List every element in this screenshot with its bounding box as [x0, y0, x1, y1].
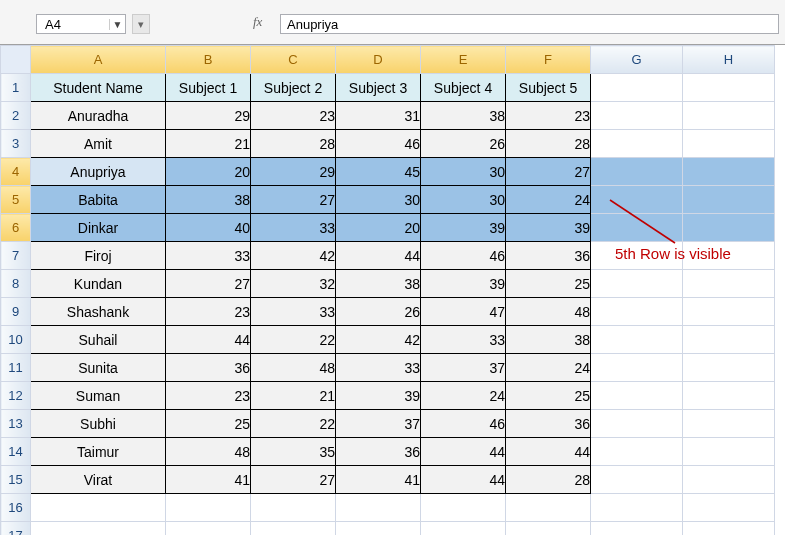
data-cell[interactable]: 33 [421, 326, 506, 354]
student-name-cell[interactable]: Suhail [31, 326, 166, 354]
col-header-G[interactable]: G [591, 46, 683, 74]
row-header-16[interactable]: 16 [1, 494, 31, 522]
table-header-cell[interactable]: Subject 2 [251, 74, 336, 102]
data-cell[interactable]: 41 [336, 466, 421, 494]
table-header-cell[interactable]: Subject 1 [166, 74, 251, 102]
data-cell[interactable]: 48 [506, 298, 591, 326]
data-cell[interactable]: 36 [506, 242, 591, 270]
table-header-cell[interactable]: Student Name [31, 74, 166, 102]
data-cell[interactable]: 28 [251, 130, 336, 158]
data-cell[interactable]: 46 [421, 410, 506, 438]
data-cell[interactable]: 38 [421, 102, 506, 130]
select-all-corner[interactable] [1, 46, 31, 74]
empty-cell[interactable] [683, 438, 775, 466]
student-name-cell[interactable]: Subhi [31, 410, 166, 438]
data-cell[interactable]: 39 [506, 214, 591, 242]
empty-cell[interactable] [591, 186, 683, 214]
table-header-cell[interactable]: Subject 3 [336, 74, 421, 102]
empty-cell[interactable] [683, 466, 775, 494]
data-cell[interactable]: 23 [251, 102, 336, 130]
empty-cell[interactable] [683, 130, 775, 158]
col-header-B[interactable]: B [166, 46, 251, 74]
empty-cell[interactable] [31, 522, 166, 536]
row-header-12[interactable]: 12 [1, 382, 31, 410]
student-name-cell[interactable]: Dinkar [31, 214, 166, 242]
student-name-cell[interactable]: Firoj [31, 242, 166, 270]
data-cell[interactable]: 44 [506, 438, 591, 466]
row-header-5[interactable]: 5 [1, 186, 31, 214]
data-cell[interactable]: 33 [251, 214, 336, 242]
data-cell[interactable]: 24 [506, 186, 591, 214]
data-cell[interactable]: 30 [421, 158, 506, 186]
data-cell[interactable]: 27 [251, 186, 336, 214]
empty-cell[interactable] [166, 494, 251, 522]
empty-cell[interactable] [506, 494, 591, 522]
student-name-cell[interactable]: Babita [31, 186, 166, 214]
student-name-cell[interactable]: Taimur [31, 438, 166, 466]
data-cell[interactable]: 25 [166, 410, 251, 438]
data-cell[interactable]: 35 [251, 438, 336, 466]
empty-cell[interactable] [683, 158, 775, 186]
data-cell[interactable]: 36 [166, 354, 251, 382]
empty-cell[interactable] [683, 214, 775, 242]
data-cell[interactable]: 38 [506, 326, 591, 354]
empty-cell[interactable] [683, 74, 775, 102]
empty-cell[interactable] [591, 382, 683, 410]
col-header-A[interactable]: A [31, 46, 166, 74]
empty-cell[interactable] [591, 354, 683, 382]
data-cell[interactable]: 25 [506, 382, 591, 410]
data-cell[interactable]: 36 [336, 438, 421, 466]
empty-cell[interactable] [591, 130, 683, 158]
data-cell[interactable]: 22 [251, 326, 336, 354]
data-cell[interactable]: 40 [166, 214, 251, 242]
empty-cell[interactable] [166, 522, 251, 536]
data-cell[interactable]: 38 [166, 186, 251, 214]
empty-cell[interactable] [591, 522, 683, 536]
row-header-8[interactable]: 8 [1, 270, 31, 298]
row-header-11[interactable]: 11 [1, 354, 31, 382]
row-header-4[interactable]: 4 [1, 158, 31, 186]
row-header-14[interactable]: 14 [1, 438, 31, 466]
data-cell[interactable]: 45 [336, 158, 421, 186]
data-cell[interactable]: 28 [506, 466, 591, 494]
row-header-7[interactable]: 7 [1, 242, 31, 270]
col-header-H[interactable]: H [683, 46, 775, 74]
data-cell[interactable]: 24 [506, 354, 591, 382]
data-cell[interactable]: 46 [336, 130, 421, 158]
data-cell[interactable]: 42 [251, 242, 336, 270]
empty-cell[interactable] [683, 326, 775, 354]
data-cell[interactable]: 46 [421, 242, 506, 270]
data-cell[interactable]: 26 [336, 298, 421, 326]
data-cell[interactable]: 47 [421, 298, 506, 326]
data-cell[interactable]: 44 [336, 242, 421, 270]
data-cell[interactable]: 27 [251, 466, 336, 494]
data-cell[interactable]: 39 [336, 382, 421, 410]
data-cell[interactable]: 23 [166, 382, 251, 410]
col-header-D[interactable]: D [336, 46, 421, 74]
data-cell[interactable]: 33 [251, 298, 336, 326]
table-header-cell[interactable]: Subject 5 [506, 74, 591, 102]
student-name-cell[interactable]: Sunita [31, 354, 166, 382]
col-header-F[interactable]: F [506, 46, 591, 74]
data-cell[interactable]: 24 [421, 382, 506, 410]
empty-cell[interactable] [683, 382, 775, 410]
col-header-C[interactable]: C [251, 46, 336, 74]
data-cell[interactable]: 29 [166, 102, 251, 130]
col-header-E[interactable]: E [421, 46, 506, 74]
data-cell[interactable]: 37 [421, 354, 506, 382]
data-cell[interactable]: 20 [336, 214, 421, 242]
empty-cell[interactable] [251, 494, 336, 522]
row-header-10[interactable]: 10 [1, 326, 31, 354]
empty-cell[interactable] [683, 410, 775, 438]
empty-cell[interactable] [591, 214, 683, 242]
empty-cell[interactable] [506, 522, 591, 536]
empty-cell[interactable] [31, 494, 166, 522]
student-name-cell[interactable]: Suman [31, 382, 166, 410]
data-cell[interactable]: 23 [506, 102, 591, 130]
empty-cell[interactable] [336, 494, 421, 522]
name-box[interactable]: A4 ▼ [36, 14, 126, 34]
row-header-6[interactable]: 6 [1, 214, 31, 242]
empty-cell[interactable] [683, 270, 775, 298]
formula-bar-input[interactable]: Anupriya [280, 14, 779, 34]
data-cell[interactable]: 37 [336, 410, 421, 438]
